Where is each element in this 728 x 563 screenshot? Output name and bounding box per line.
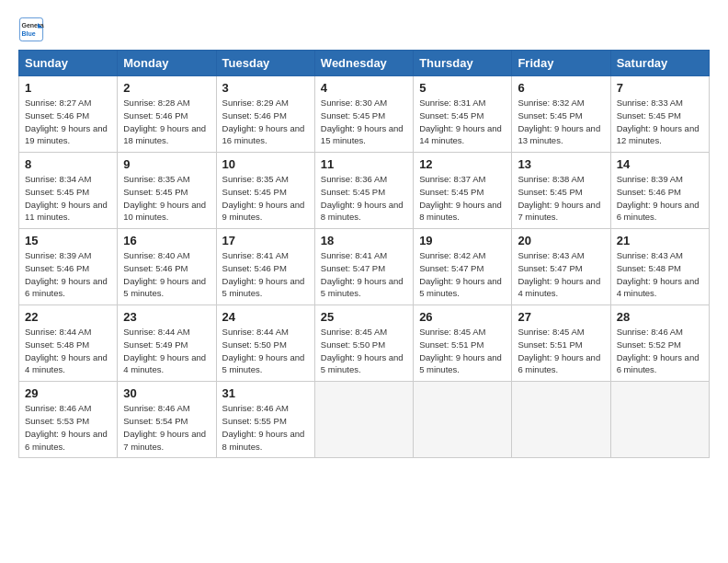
week-row-5: 29Sunrise: 8:46 AMSunset: 5:53 PMDayligh… xyxy=(19,382,710,458)
day-number: 29 xyxy=(25,386,111,400)
cell-info: Sunrise: 8:31 AMSunset: 5:45 PMDaylight:… xyxy=(419,97,506,147)
day-number: 4 xyxy=(321,81,407,95)
cell-info: Sunrise: 8:44 AMSunset: 5:48 PMDaylight:… xyxy=(25,326,111,376)
day-number: 6 xyxy=(518,81,604,95)
day-number: 21 xyxy=(617,234,703,247)
day-cell xyxy=(610,382,709,458)
svg-text:Blue: Blue xyxy=(22,30,36,37)
day-number: 16 xyxy=(123,234,210,247)
day-cell: 22Sunrise: 8:44 AMSunset: 5:48 PMDayligh… xyxy=(19,305,118,382)
day-cell: 3Sunrise: 8:29 AMSunset: 5:46 PMDaylight… xyxy=(216,76,314,153)
day-cell: 30Sunrise: 8:46 AMSunset: 5:54 PMDayligh… xyxy=(118,382,216,458)
week-row-2: 8Sunrise: 8:34 AMSunset: 5:45 PMDaylight… xyxy=(19,153,710,229)
cell-info: Sunrise: 8:35 AMSunset: 5:45 PMDaylight:… xyxy=(123,173,210,224)
col-header-wednesday: Wednesday xyxy=(314,51,413,76)
day-number: 27 xyxy=(518,310,604,324)
calendar: SundayMondayTuesdayWednesdayThursdayFrid… xyxy=(18,50,710,458)
day-cell: 6Sunrise: 8:32 AMSunset: 5:45 PMDaylight… xyxy=(512,76,610,153)
cell-info: Sunrise: 8:41 AMSunset: 5:47 PMDaylight:… xyxy=(321,249,407,300)
day-cell: 18Sunrise: 8:41 AMSunset: 5:47 PMDayligh… xyxy=(314,229,413,305)
day-number: 24 xyxy=(222,310,309,324)
day-number: 20 xyxy=(518,234,604,247)
cell-info: Sunrise: 8:42 AMSunset: 5:47 PMDaylight:… xyxy=(419,249,506,300)
day-cell: 19Sunrise: 8:42 AMSunset: 5:47 PMDayligh… xyxy=(414,229,512,305)
col-header-thursday: Thursday xyxy=(414,51,512,76)
day-cell: 7Sunrise: 8:33 AMSunset: 5:45 PMDaylight… xyxy=(610,76,709,153)
cell-info: Sunrise: 8:38 AMSunset: 5:45 PMDaylight:… xyxy=(518,173,604,224)
svg-rect-0 xyxy=(19,17,42,40)
cell-info: Sunrise: 8:46 AMSunset: 5:53 PMDaylight:… xyxy=(25,402,111,453)
cell-info: Sunrise: 8:40 AMSunset: 5:46 PMDaylight:… xyxy=(123,249,210,300)
day-number: 23 xyxy=(123,310,210,324)
col-header-saturday: Saturday xyxy=(610,51,709,76)
day-cell: 25Sunrise: 8:45 AMSunset: 5:50 PMDayligh… xyxy=(314,305,413,382)
day-cell xyxy=(314,382,413,458)
cell-info: Sunrise: 8:33 AMSunset: 5:45 PMDaylight:… xyxy=(617,97,703,147)
cell-info: Sunrise: 8:32 AMSunset: 5:45 PMDaylight:… xyxy=(518,97,604,147)
cell-info: Sunrise: 8:45 AMSunset: 5:51 PMDaylight:… xyxy=(518,326,604,376)
logo: General Blue xyxy=(18,17,48,42)
day-cell: 27Sunrise: 8:45 AMSunset: 5:51 PMDayligh… xyxy=(512,305,610,382)
day-number: 7 xyxy=(617,81,703,95)
day-cell: 26Sunrise: 8:45 AMSunset: 5:51 PMDayligh… xyxy=(414,305,512,382)
day-number: 25 xyxy=(321,310,407,324)
header: General Blue xyxy=(18,17,710,42)
day-cell: 12Sunrise: 8:37 AMSunset: 5:45 PMDayligh… xyxy=(414,153,512,229)
day-cell: 15Sunrise: 8:39 AMSunset: 5:46 PMDayligh… xyxy=(19,229,118,305)
day-cell: 8Sunrise: 8:34 AMSunset: 5:45 PMDaylight… xyxy=(19,153,118,229)
day-number: 9 xyxy=(123,157,210,171)
day-cell: 5Sunrise: 8:31 AMSunset: 5:45 PMDaylight… xyxy=(414,76,512,153)
cell-info: Sunrise: 8:27 AMSunset: 5:46 PMDaylight:… xyxy=(25,97,111,147)
day-cell: 13Sunrise: 8:38 AMSunset: 5:45 PMDayligh… xyxy=(512,153,610,229)
col-header-tuesday: Tuesday xyxy=(216,51,314,76)
cell-info: Sunrise: 8:43 AMSunset: 5:47 PMDaylight:… xyxy=(518,249,604,300)
day-number: 1 xyxy=(25,81,111,95)
day-number: 17 xyxy=(222,234,309,247)
day-number: 22 xyxy=(25,310,111,324)
week-row-3: 15Sunrise: 8:39 AMSunset: 5:46 PMDayligh… xyxy=(19,229,710,305)
day-cell xyxy=(414,382,512,458)
week-row-1: 1Sunrise: 8:27 AMSunset: 5:46 PMDaylight… xyxy=(19,76,710,153)
cell-info: Sunrise: 8:35 AMSunset: 5:45 PMDaylight:… xyxy=(222,173,309,224)
day-number: 15 xyxy=(25,234,111,247)
day-number: 2 xyxy=(123,81,210,95)
cell-info: Sunrise: 8:41 AMSunset: 5:46 PMDaylight:… xyxy=(222,249,309,300)
cell-info: Sunrise: 8:39 AMSunset: 5:46 PMDaylight:… xyxy=(25,249,111,300)
day-cell: 28Sunrise: 8:46 AMSunset: 5:52 PMDayligh… xyxy=(610,305,709,382)
day-cell: 31Sunrise: 8:46 AMSunset: 5:55 PMDayligh… xyxy=(216,382,314,458)
page: General Blue SundayMondayTuesdayWednesda… xyxy=(0,0,728,563)
day-cell: 29Sunrise: 8:46 AMSunset: 5:53 PMDayligh… xyxy=(19,382,118,458)
cell-info: Sunrise: 8:43 AMSunset: 5:48 PMDaylight:… xyxy=(617,249,703,300)
cell-info: Sunrise: 8:44 AMSunset: 5:50 PMDaylight:… xyxy=(222,326,309,376)
logo-icon: General Blue xyxy=(18,17,44,42)
day-cell: 24Sunrise: 8:44 AMSunset: 5:50 PMDayligh… xyxy=(216,305,314,382)
col-header-friday: Friday xyxy=(512,51,610,76)
cell-info: Sunrise: 8:29 AMSunset: 5:46 PMDaylight:… xyxy=(222,97,309,147)
cell-info: Sunrise: 8:36 AMSunset: 5:45 PMDaylight:… xyxy=(321,173,407,224)
col-header-monday: Monday xyxy=(118,51,216,76)
day-number: 11 xyxy=(321,157,407,171)
cell-info: Sunrise: 8:46 AMSunset: 5:52 PMDaylight:… xyxy=(617,326,703,376)
day-cell: 10Sunrise: 8:35 AMSunset: 5:45 PMDayligh… xyxy=(216,153,314,229)
day-number: 12 xyxy=(419,157,506,171)
day-number: 8 xyxy=(25,157,111,171)
day-number: 14 xyxy=(617,157,703,171)
day-cell: 4Sunrise: 8:30 AMSunset: 5:45 PMDaylight… xyxy=(314,76,413,153)
cell-info: Sunrise: 8:46 AMSunset: 5:55 PMDaylight:… xyxy=(222,402,309,453)
cell-info: Sunrise: 8:34 AMSunset: 5:45 PMDaylight:… xyxy=(25,173,111,224)
cell-info: Sunrise: 8:46 AMSunset: 5:54 PMDaylight:… xyxy=(123,402,210,453)
day-cell: 2Sunrise: 8:28 AMSunset: 5:46 PMDaylight… xyxy=(118,76,216,153)
cell-info: Sunrise: 8:45 AMSunset: 5:50 PMDaylight:… xyxy=(321,326,407,376)
day-cell: 1Sunrise: 8:27 AMSunset: 5:46 PMDaylight… xyxy=(19,76,118,153)
day-number: 5 xyxy=(419,81,506,95)
cell-info: Sunrise: 8:44 AMSunset: 5:49 PMDaylight:… xyxy=(123,326,210,376)
day-number: 10 xyxy=(222,157,309,171)
week-row-4: 22Sunrise: 8:44 AMSunset: 5:48 PMDayligh… xyxy=(19,305,710,382)
day-number: 26 xyxy=(419,310,506,324)
day-number: 18 xyxy=(321,234,407,247)
cell-info: Sunrise: 8:39 AMSunset: 5:46 PMDaylight:… xyxy=(617,173,703,224)
cell-info: Sunrise: 8:28 AMSunset: 5:46 PMDaylight:… xyxy=(123,97,210,147)
day-number: 28 xyxy=(617,310,703,324)
day-number: 13 xyxy=(518,157,604,171)
day-cell: 16Sunrise: 8:40 AMSunset: 5:46 PMDayligh… xyxy=(118,229,216,305)
